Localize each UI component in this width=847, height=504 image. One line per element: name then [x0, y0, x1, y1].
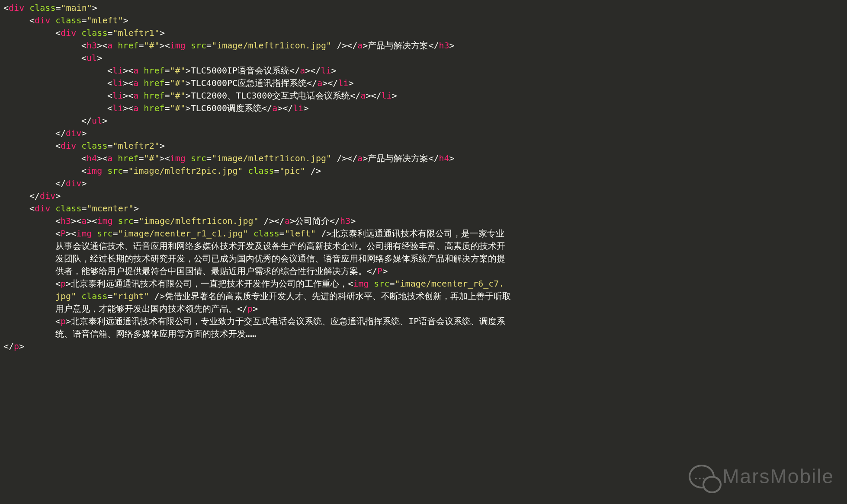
line-h4: <h4><a href="#"><img src="image/mleftr1i…: [3, 152, 844, 165]
line-p1-a: <P><img src="image/mcenter_r1_c1.jpg" cl…: [3, 227, 844, 240]
line-ul-close: </ul>: [3, 115, 844, 127]
line-li-0: <li><a href="#">TLC5000IP语音会议系统</a></li>: [3, 64, 844, 77]
line-li-3: <li><a href="#">TLC6000调度系统</a></li>: [3, 102, 844, 115]
line-mleft-close: </div>: [3, 190, 844, 202]
line-mleftr2-img: <img src="image/mleftr2pic.jpg" class="p…: [3, 165, 844, 177]
line-mleftr1-close: </div>: [3, 127, 844, 140]
code-viewer: <div class="main"> <div class="mleft"> <…: [3, 2, 844, 353]
line-main-open: <div class="main">: [3, 2, 844, 14]
line-p2-a: <p>北京泰利远通通讯技术有限公司，一直把技术开发作为公司的工作重心，<img …: [3, 278, 844, 290]
line-final-close: </p>: [3, 340, 844, 353]
line-mleft-open: <div class="mleft">: [3, 14, 844, 27]
line-p1-d: 供者，能够给用户提供最符合中国国情、最贴近用户需求的综合性行业解决方案。</P>: [3, 265, 844, 278]
line-p3-b: 统、语音信箱、网络多媒体应用等方面的技术开发……: [3, 328, 844, 340]
line-p1-c: 发团队，经过长期的技术研究开发，公司已成为国内优秀的会议通信、语音应用和网络多媒…: [3, 252, 844, 265]
line-p1-b: 从事会议通信技术、语音应用和网络多媒体技术开发及设备生产的高新技术企业。公司拥有…: [3, 240, 844, 252]
line-p2-c: 用户意见，才能够开发出国内技术领先的产品。</p>: [3, 303, 844, 315]
line-li-2: <li><a href="#">TLC2000、TLC3000交互式电话会议系统…: [3, 89, 844, 102]
line-li-1: <li><a href="#">TLC4000PC应急通讯指挥系统</a></l…: [3, 77, 844, 89]
line-h3: <h3><a href="#"><img src="image/mleftr1i…: [3, 39, 844, 52]
line-ul-open: <ul>: [3, 52, 844, 64]
line-mleftr2-close: </div>: [3, 177, 844, 190]
line-h3-center: <h3><a><img src="image/mleftr1icon.jpg" …: [3, 215, 844, 227]
line-mleftr2-open: <div class="mleftr2">: [3, 140, 844, 152]
line-p2-b: jpg" class="right" />凭借业界著名的高素质专业开发人才、先进…: [3, 290, 844, 303]
line-mleftr1-open: <div class="mleftr1">: [3, 27, 844, 39]
line-mcenter-open: <div class="mcenter">: [3, 202, 844, 215]
line-p3-a: <p>北京泰利远通通讯技术有限公司，专业致力于交互式电话会议系统、应急通讯指挥系…: [3, 315, 844, 328]
